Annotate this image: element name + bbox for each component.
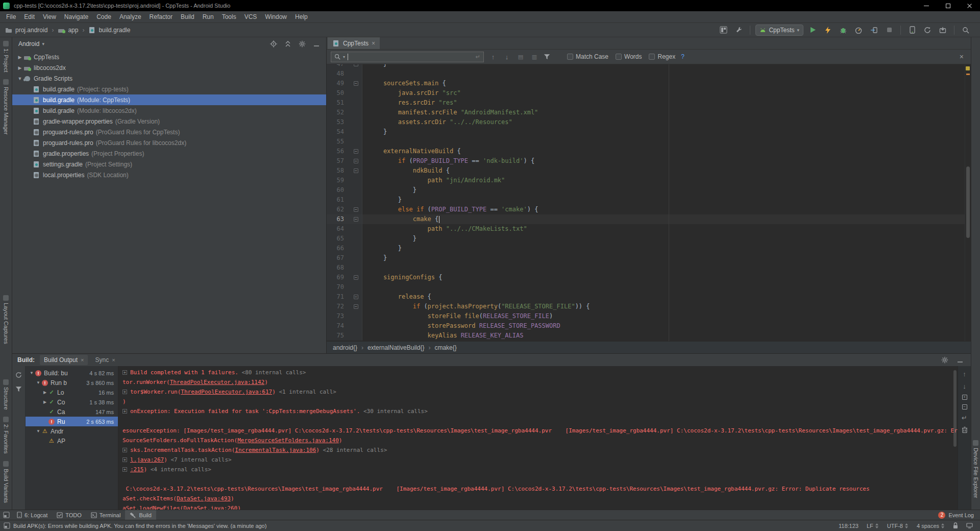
restart-build-icon[interactable] xyxy=(14,370,23,379)
close-button[interactable] xyxy=(959,0,980,11)
words-checkbox[interactable] xyxy=(616,54,622,60)
line-number[interactable]: 49 xyxy=(327,79,350,88)
filter-icon[interactable] xyxy=(14,384,23,394)
line-number[interactable]: 58 xyxy=(327,166,350,176)
breadcrumb-item-build-gradle[interactable]: build.gradle xyxy=(88,27,130,34)
code-line-49[interactable]: 49− sourceSets.main { xyxy=(327,79,971,88)
tree-chevron-icon[interactable]: ▼ xyxy=(29,371,35,375)
build-tree-item-lo[interactable]: ▶✓Lo16 ms xyxy=(26,388,118,397)
find-all-icon[interactable]: ▤ xyxy=(516,54,525,60)
tab-close-icon[interactable]: × xyxy=(112,357,115,363)
tree-item-local-properties-sdk-location[interactable]: local.properties(SDK Location) xyxy=(12,170,326,180)
match-case-checkbox[interactable] xyxy=(567,54,573,60)
code-line-59[interactable]: 59 path "jni/Android.mk" xyxy=(327,176,971,185)
code-line-75[interactable]: 75 keyAlias RELEASE_KEY_ALIAS xyxy=(327,331,971,341)
event-log-button[interactable]: 2 Event Log xyxy=(938,512,980,519)
console-fold-icon[interactable]: + xyxy=(122,370,127,375)
code-line-69[interactable]: 69− signingConfigs { xyxy=(327,273,971,282)
search-help-link[interactable]: ? xyxy=(681,53,684,60)
code-line-50[interactable]: 50 java.srcDir "src" xyxy=(327,88,971,98)
code-line-52[interactable]: 52 manifest.srcFile "AndroidManifest.xml… xyxy=(327,108,971,117)
status-message[interactable]: Build APK(s): Errors while building APK.… xyxy=(13,523,839,529)
code-line-48[interactable]: 48 xyxy=(327,69,971,79)
sdk-manager-icon[interactable] xyxy=(937,25,949,36)
fold-toggle-icon[interactable]: − xyxy=(354,207,358,212)
attach-debugger-icon[interactable] xyxy=(868,25,880,36)
tool-tab-6-logcat[interactable]: 6: Logcat xyxy=(12,510,52,520)
code-line-72[interactable]: 72− if (project.hasProperty("RELEASE_STO… xyxy=(327,302,971,311)
build-tree-item-run-b[interactable]: ▼!Run b3 s 860 ms xyxy=(26,378,118,388)
tool-window-button-layout-captures[interactable]: Layout Captures xyxy=(3,292,9,348)
tree-chevron-icon[interactable]: ▼ xyxy=(35,380,41,385)
tree-item-build-gradle-module-libcocos2dx[interactable]: build.gradle(Module: libcocos2dx) xyxy=(12,105,326,116)
menu-item-file[interactable]: File xyxy=(2,11,20,22)
tab-close-icon[interactable]: × xyxy=(81,357,84,363)
tree-chevron-icon[interactable]: ▶ xyxy=(16,55,23,60)
previous-occurrence-button[interactable]: ↑ xyxy=(488,53,498,61)
search-input[interactable]: ▾ ↵ xyxy=(331,52,484,62)
tool-window-button-resource-manager[interactable]: Resource Manager xyxy=(3,76,9,138)
soft-wrap-icon[interactable]: ↵ xyxy=(962,414,967,422)
line-number[interactable]: 65 xyxy=(327,234,350,244)
line-number[interactable]: 67 xyxy=(327,253,350,263)
fold-toggle-icon[interactable]: − xyxy=(354,275,358,280)
code-line-70[interactable]: 70 xyxy=(327,282,971,292)
hide-panel-icon[interactable] xyxy=(312,39,321,49)
line-number[interactable]: 69 xyxy=(327,273,350,282)
fold-toggle-icon[interactable]: − xyxy=(354,159,358,163)
console-fold-icon[interactable]: + xyxy=(122,467,127,472)
stack-trace-link[interactable]: ThreadPoolExecutor.java:1142 xyxy=(170,379,264,385)
stack-trace-link[interactable]: MergeSourceSetFolders.java:140 xyxy=(237,437,339,444)
next-occurrence-button[interactable]: ↓ xyxy=(502,53,511,61)
code-line-56[interactable]: 56− externalNativeBuild { xyxy=(327,147,971,156)
console-fold-icon[interactable]: + xyxy=(122,457,127,462)
screen-reader-icon[interactable] xyxy=(966,523,973,528)
tree-item-proguard-rules-pro-proguard-rules-for-libcocos2dx[interactable]: proguard-rules.pro(ProGuard Rules for li… xyxy=(12,137,326,148)
tree-item-settings-gradle-project-settings[interactable]: settings.gradle(Project Settings) xyxy=(12,159,326,170)
expand-all-icon[interactable]: + xyxy=(962,395,967,400)
build-tree-item-co[interactable]: ▶✓Co1 s 38 ms xyxy=(26,397,118,407)
line-number[interactable]: 72 xyxy=(327,302,350,311)
menu-item-window[interactable]: Window xyxy=(261,11,291,22)
menu-item-view[interactable]: View xyxy=(39,11,60,22)
status-item-lf[interactable]: LF xyxy=(867,523,879,529)
code-line-71[interactable]: 71− release { xyxy=(327,292,971,302)
line-number[interactable]: 47 xyxy=(327,64,350,69)
tool-window-button-1-project[interactable]: 1: Project xyxy=(3,37,9,76)
run-button[interactable] xyxy=(806,25,819,36)
menu-item-build[interactable]: Build xyxy=(177,11,199,22)
menu-item-analyze[interactable]: Analyze xyxy=(115,11,145,22)
line-number[interactable]: 59 xyxy=(327,176,350,185)
clear-all-icon[interactable] xyxy=(962,426,968,433)
menu-item-navigate[interactable]: Navigate xyxy=(60,11,92,22)
tree-item-proguard-rules-pro-proguard-rules-for-cpptests[interactable]: proguard-rules.pro(ProGuard Rules for Cp… xyxy=(12,127,326,137)
find-bar-close-icon[interactable]: × xyxy=(957,53,967,61)
regex-checkbox[interactable] xyxy=(649,54,655,60)
line-number[interactable]: 68 xyxy=(327,263,350,273)
build-tree-item-build-bu[interactable]: ▼!Build: bu4 s 82 ms xyxy=(26,368,118,378)
stack-trace-link[interactable]: ThreadPoolExecutor.java:617 xyxy=(181,389,272,395)
status-item-4-spaces[interactable]: 4 spaces xyxy=(917,523,945,529)
tree-item-build-gradle-module-cpptests[interactable]: build.gradle(Module: CppTests) xyxy=(12,94,326,105)
scrollbar-thumb[interactable] xyxy=(966,166,970,238)
code-editor[interactable]: 47− }4849− sourceSets.main {50 java.srcD… xyxy=(327,64,971,341)
search-everywhere-icon[interactable] xyxy=(960,25,972,36)
lock-icon[interactable] xyxy=(953,522,958,529)
hide-panel-icon[interactable] xyxy=(955,355,965,365)
line-number[interactable]: 51 xyxy=(327,98,350,108)
line-number[interactable]: 64 xyxy=(327,224,350,234)
tree-item-cpptests[interactable]: ▶CppTests xyxy=(12,52,326,62)
tab-sync[interactable]: Sync × xyxy=(91,355,119,365)
sync-project-icon[interactable] xyxy=(921,25,934,36)
code-line-57[interactable]: 57− if (PROP_BUILD_TYPE == 'ndk-build') … xyxy=(327,156,971,166)
status-item-118-123[interactable]: 118:123 xyxy=(839,523,859,529)
collapse-all-icon[interactable] xyxy=(283,39,292,49)
inspection-status-indicator[interactable] xyxy=(966,66,970,70)
console-fold-icon[interactable]: + xyxy=(122,448,127,452)
stack-trace-link[interactable]: IncrementalTask.java:106 xyxy=(235,447,316,453)
run-configuration-select[interactable]: CppTests ▾ xyxy=(755,25,803,36)
tree-chevron-icon[interactable]: ▶ xyxy=(42,390,48,395)
open-in-find-window-icon[interactable]: ▥ xyxy=(530,54,539,60)
build-console[interactable]: +Build completed with 1 failures. <80 in… xyxy=(118,366,958,510)
code-line-67[interactable]: 67 } xyxy=(327,253,971,263)
